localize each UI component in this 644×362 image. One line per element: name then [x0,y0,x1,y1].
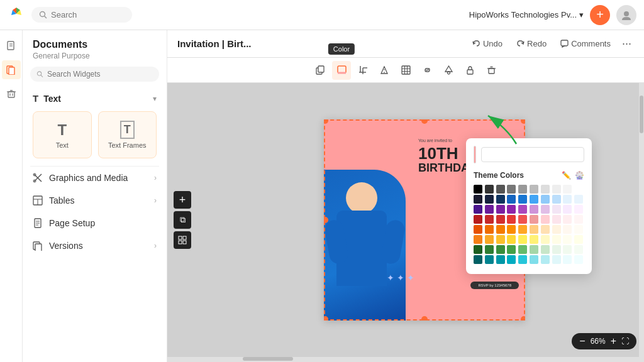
color-swatch[interactable] [541,225,550,234]
color-swatch[interactable] [552,215,561,224]
color-swatch[interactable] [563,225,572,234]
color-swatch[interactable] [496,195,505,204]
color-swatch[interactable] [530,225,538,234]
color-swatch[interactable] [507,215,516,224]
color-swatch[interactable] [552,255,561,264]
color-swatch[interactable] [541,215,550,224]
redo-button[interactable]: Redo [511,36,552,52]
sidebar-icon-trash[interactable] [2,84,21,103]
color-swatch[interactable] [552,185,561,194]
menu-item-tables[interactable]: Tables › [23,189,167,212]
color-swatch[interactable] [574,255,583,264]
color-swatch[interactable] [485,235,494,244]
fit-screen-button[interactable]: ⛶ [621,337,629,346]
more-options-button[interactable]: ··· [619,35,634,53]
color-swatch[interactable] [474,225,482,234]
search-bar[interactable] [31,7,132,23]
color-swatch[interactable] [496,215,505,224]
color-swatch[interactable] [485,205,494,214]
color-swatch[interactable] [530,235,538,244]
text-widget[interactable]: T Text [33,111,92,158]
copy-tool-button[interactable] [311,61,330,80]
crop-tool-button[interactable] [353,61,372,80]
user-avatar[interactable] [616,5,636,25]
menu-item-page-setup[interactable]: Page Setup [23,212,167,234]
add-button[interactable]: + [590,5,610,25]
color-swatch[interactable] [574,225,583,234]
color-swatch[interactable] [485,225,494,234]
undo-button[interactable]: Undo [467,36,508,52]
color-swatch[interactable] [563,185,572,194]
color-swatch[interactable] [496,185,505,194]
color-swatch[interactable] [474,255,482,264]
color-swatch[interactable] [530,245,538,254]
delete-tool-button[interactable] [482,61,501,80]
color-swatch[interactable] [552,195,561,204]
widget-search-input[interactable] [47,70,153,79]
color-swatch[interactable] [552,245,561,254]
color-swatch[interactable] [574,205,583,214]
color-swatch[interactable] [496,245,505,254]
color-swatch[interactable] [518,205,527,214]
color-swatch[interactable] [563,205,572,214]
color-swatch[interactable] [541,205,550,214]
sidebar-icon-pages[interactable] [2,60,21,79]
wheel-icon[interactable]: 🎡 [575,171,584,180]
color-swatch[interactable] [496,225,505,234]
menu-item-graphics[interactable]: Graphics and Media › [23,167,167,189]
color-swatch[interactable] [507,255,516,264]
color-swatch[interactable] [507,195,516,204]
widget-search-bar[interactable] [30,67,159,82]
color-swatch[interactable] [507,245,516,254]
color-swatch[interactable] [541,195,550,204]
color-swatch[interactable] [474,185,482,194]
duplicate-button[interactable]: ⧉ [174,211,191,229]
menu-item-versions[interactable]: Versions › [23,234,167,257]
section-header-text[interactable]: T Text ▾ [23,88,167,109]
sidebar-icon-document[interactable] [2,36,21,55]
color-swatch[interactable] [518,235,527,244]
color-swatch[interactable] [563,215,572,224]
color-swatch[interactable] [574,195,583,204]
color-swatch[interactable] [474,245,482,254]
company-name[interactable]: HipoWorks Technologies Pv... ▾ [469,10,584,19]
color-swatch[interactable] [485,185,494,194]
bottom-scrollbar[interactable] [167,357,644,362]
color-swatch[interactable] [507,235,516,244]
color-swatch[interactable] [518,215,527,224]
add-element-button[interactable]: + [174,191,191,209]
shape-tool-button[interactable] [439,61,458,80]
color-swatch[interactable] [518,225,527,234]
color-swatch[interactable] [496,235,505,244]
color-swatch[interactable] [518,255,527,264]
color-swatch[interactable] [563,245,572,254]
color-swatch[interactable] [496,255,505,264]
color-swatch[interactable] [541,245,550,254]
color-swatch[interactable] [574,185,583,194]
color-swatch[interactable] [518,195,527,204]
right-scrollbar[interactable] [639,83,644,357]
color-swatch[interactable] [552,235,561,244]
color-tool-button[interactable]: Color [332,61,351,80]
color-swatch[interactable] [574,235,583,244]
color-swatch[interactable] [474,235,482,244]
color-swatch[interactable] [530,185,538,194]
color-swatch[interactable] [541,255,550,264]
color-swatch[interactable] [485,245,494,254]
color-swatch[interactable] [530,255,538,264]
text-frames-widget[interactable]: T Text Frames [98,111,157,158]
color-swatch[interactable] [530,195,538,204]
color-swatch[interactable] [485,195,494,204]
link-tool-button[interactable] [418,61,436,80]
color-swatch[interactable] [541,185,550,194]
color-swatch[interactable] [496,205,505,214]
grid-tool-button[interactable] [396,61,415,80]
search-input[interactable] [51,10,120,19]
color-swatch[interactable] [552,205,561,214]
color-swatch[interactable] [474,205,482,214]
logo[interactable] [8,5,25,25]
color-swatch[interactable] [485,215,494,224]
color-swatch[interactable] [507,225,516,234]
color-swatch[interactable] [552,225,561,234]
color-swatch[interactable] [507,185,516,194]
